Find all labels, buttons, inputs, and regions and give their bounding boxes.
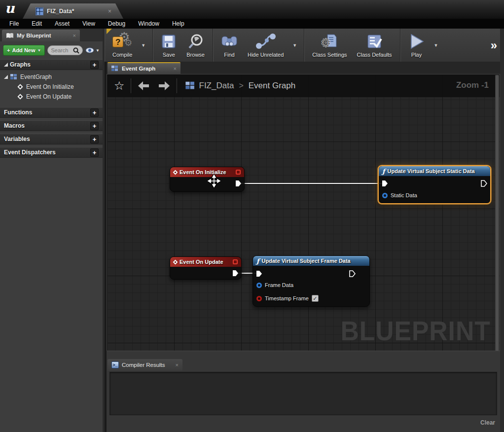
node-header[interactable]: ƒ Update Virtual Subject Frame Data xyxy=(253,256,369,266)
menu-view[interactable]: View xyxy=(76,19,102,28)
my-blueprint-tab[interactable]: My Blueprint × xyxy=(2,30,80,41)
zoom-level-label: Zoom -1 xyxy=(456,80,489,90)
scrollbar-thumb[interactable] xyxy=(496,75,499,351)
hide-unrelated-icon xyxy=(256,33,276,50)
nav-forward-icon[interactable] xyxy=(158,80,171,91)
event-graph-tab-close-icon[interactable]: × xyxy=(174,66,177,72)
section-event-dispatchers-label: Event Dispatchers xyxy=(4,149,90,156)
window-titlebar: u FIZ_Data* × xyxy=(0,0,504,19)
save-button[interactable]: Save xyxy=(158,31,180,60)
menu-edit[interactable]: Edit xyxy=(25,19,48,28)
menu-window[interactable]: Window xyxy=(132,19,166,28)
class-defaults-label: Class Defaults xyxy=(357,52,392,58)
tree-item-event-on-update[interactable]: Event On Update xyxy=(0,92,103,102)
exec-output-pin[interactable] xyxy=(235,180,242,187)
tree-item-event-on-initialize[interactable]: Event On Initialize xyxy=(0,82,103,92)
function-icon: ƒ xyxy=(256,257,259,265)
exec-output-pin[interactable] xyxy=(480,180,487,187)
tree-item-eventgraph[interactable]: EventGraph xyxy=(0,72,103,82)
asset-tab-fiz-data[interactable]: FIZ_Data* × xyxy=(23,3,123,19)
add-function-button[interactable]: + xyxy=(90,108,99,117)
visibility-filter-button[interactable]: ▼ xyxy=(85,47,100,53)
pin-timestamp-frame[interactable]: Timestamp Frame ✓ xyxy=(256,295,319,302)
node-update-virtual-subject-static-data[interactable]: ƒ Update Virtual Subject Static Data Sta… xyxy=(378,165,491,204)
svg-text:⚙: ⚙ xyxy=(321,36,331,49)
my-blueprint-panel: My Blueprint × + Add New ▼ Search ▼ Grap… xyxy=(0,29,105,432)
eye-icon xyxy=(85,47,94,53)
hide-unrelated-button[interactable]: Hide Unrelated xyxy=(245,31,287,60)
save-label: Save xyxy=(163,52,175,58)
compile-options-chevron-icon[interactable]: ▼ xyxy=(139,43,147,48)
event-graph-tab-label: Event Graph xyxy=(122,66,171,72)
hide-unrelated-options-chevron-icon[interactable]: ▼ xyxy=(290,43,299,48)
event-graph-canvas[interactable]: ☆ FIZ_Data > Event Graph Zoom -1 BLUEPRI… xyxy=(107,74,500,351)
class-settings-button[interactable]: ⚙ Class Settings xyxy=(309,31,350,60)
node-event-on-initialize[interactable]: Event On Initialize xyxy=(170,167,245,192)
add-new-button[interactable]: + Add New ▼ xyxy=(3,45,45,56)
my-blueprint-tab-close-icon[interactable]: × xyxy=(73,33,76,38)
pin-static-data[interactable]: Static Data xyxy=(382,192,417,198)
find-icon xyxy=(221,33,238,50)
menu-help[interactable]: Help xyxy=(166,19,191,28)
section-variables[interactable]: Variables + xyxy=(0,134,103,144)
menu-asset[interactable]: Asset xyxy=(48,19,76,28)
event-icon xyxy=(173,170,178,175)
node-header[interactable]: ƒ Update Virtual Subject Static Data xyxy=(379,166,490,176)
main-toolbar: ⚙⚙ ? Compile ▼ Save Browse Find xyxy=(105,29,504,62)
clear-button[interactable]: Clear xyxy=(480,419,495,426)
compiler-console-icon: >_ xyxy=(111,361,119,368)
window-right-edge xyxy=(500,29,504,432)
asset-tab-label: FIZ_Data* xyxy=(47,8,74,15)
asset-tab-close-icon[interactable]: × xyxy=(108,8,111,15)
exec-output-pin[interactable] xyxy=(349,270,356,277)
node-update-virtual-subject-frame-data[interactable]: ƒ Update Virtual Subject Frame Data Fram… xyxy=(252,255,370,307)
exec-output-pin[interactable] xyxy=(232,270,239,277)
play-button[interactable]: Play xyxy=(405,31,428,60)
section-graphs[interactable]: Graphs + xyxy=(0,59,103,70)
exec-input-pin[interactable] xyxy=(255,270,262,277)
timestamp-frame-checkbox[interactable]: ✓ xyxy=(312,295,319,302)
section-macros[interactable]: Macros + xyxy=(0,120,103,131)
breadcrumb-separator: > xyxy=(239,81,243,90)
menu-file[interactable]: File xyxy=(3,19,25,28)
compile-button[interactable]: ⚙⚙ ? Compile xyxy=(109,31,135,60)
eventgraph-icon xyxy=(111,66,119,72)
class-defaults-button[interactable]: Class Defaults xyxy=(354,31,395,60)
event-icon xyxy=(173,259,178,264)
play-options-chevron-icon[interactable]: ▼ xyxy=(432,43,440,48)
compiler-results-output xyxy=(109,372,497,415)
section-functions[interactable]: Functions + xyxy=(0,107,103,118)
breadcrumb-asset-name[interactable]: FIZ_Data xyxy=(199,81,234,91)
bool-pin-icon xyxy=(256,296,262,301)
section-event-dispatchers[interactable]: Event Dispatchers + xyxy=(0,147,103,158)
browse-button[interactable]: Browse xyxy=(183,31,208,60)
nav-back-icon[interactable] xyxy=(137,80,150,91)
event-graph-tab[interactable]: Event Graph × xyxy=(108,62,180,74)
pin-label: Frame Data xyxy=(265,282,293,288)
graph-tabstrip: Event Graph × xyxy=(107,62,504,74)
graph-vertical-scrollbar[interactable] xyxy=(495,75,499,351)
add-variable-button[interactable]: + xyxy=(90,135,99,144)
my-blueprint-sections: Graphs + EventGraph Event On Initialize … xyxy=(0,59,103,158)
node-event-on-update[interactable]: Event On Update xyxy=(170,256,242,280)
compiler-results-tab[interactable]: >_ Compiler Results × xyxy=(108,359,182,371)
node-header[interactable]: Event On Update xyxy=(170,257,241,267)
event-node-icon xyxy=(17,84,23,89)
breadcrumb-current-graph: Event Graph xyxy=(249,81,295,91)
bookmark-star-icon[interactable]: ☆ xyxy=(114,79,125,93)
menu-debug[interactable]: Debug xyxy=(102,19,132,28)
toolbar-corner-marker xyxy=(107,29,112,34)
search-input[interactable]: Search xyxy=(47,45,83,55)
pin-frame-data[interactable]: Frame Data xyxy=(256,282,293,288)
find-button[interactable]: Find xyxy=(218,31,241,60)
section-macros-label: Macros xyxy=(4,122,90,129)
compiler-results-panel: >_ Compiler Results × Clear xyxy=(107,351,504,432)
compiler-results-tab-close-icon[interactable]: × xyxy=(176,362,179,368)
add-event-dispatcher-button[interactable]: + xyxy=(90,148,99,157)
pin-label: Timestamp Frame xyxy=(265,295,309,301)
add-graph-button[interactable]: + xyxy=(90,61,99,69)
node-header[interactable]: Event On Initialize xyxy=(170,167,244,177)
exec-input-pin[interactable] xyxy=(381,180,388,187)
move-cursor-icon xyxy=(208,175,220,189)
add-macro-button[interactable]: + xyxy=(90,122,99,130)
